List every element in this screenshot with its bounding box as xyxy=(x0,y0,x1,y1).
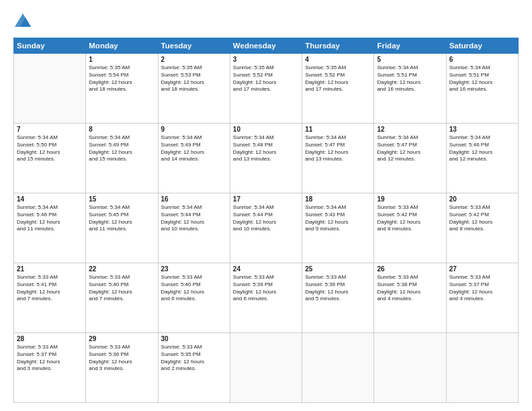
logo xyxy=(13,12,35,31)
day-info: Sunrise: 5:33 AM Sunset: 5:36 PM Dayligh… xyxy=(89,344,154,373)
calendar-cell: 19Sunrise: 5:33 AM Sunset: 5:42 PM Dayli… xyxy=(374,193,446,263)
day-number: 22 xyxy=(89,265,154,273)
calendar-week-row: 28Sunrise: 5:33 AM Sunset: 5:37 PM Dayli… xyxy=(14,333,519,403)
col-header-friday: Friday xyxy=(374,38,446,54)
day-info: Sunrise: 5:34 AM Sunset: 5:49 PM Dayligh… xyxy=(161,134,227,163)
calendar-cell: 6Sunrise: 5:34 AM Sunset: 5:51 PM Daylig… xyxy=(446,54,518,124)
day-info: Sunrise: 5:34 AM Sunset: 5:44 PM Dayligh… xyxy=(161,204,227,233)
day-info: Sunrise: 5:34 AM Sunset: 5:47 PM Dayligh… xyxy=(305,134,371,163)
calendar-cell xyxy=(14,54,86,124)
calendar-cell: 29Sunrise: 5:33 AM Sunset: 5:36 PM Dayli… xyxy=(86,333,158,403)
day-info: Sunrise: 5:34 AM Sunset: 5:51 PM Dayligh… xyxy=(449,64,515,93)
calendar-cell: 4Sunrise: 5:35 AM Sunset: 5:52 PM Daylig… xyxy=(302,54,374,124)
calendar-cell xyxy=(230,333,302,403)
calendar-cell: 25Sunrise: 5:33 AM Sunset: 5:39 PM Dayli… xyxy=(302,263,374,333)
day-info: Sunrise: 5:33 AM Sunset: 5:37 PM Dayligh… xyxy=(17,344,83,373)
day-number: 18 xyxy=(305,195,371,203)
day-info: Sunrise: 5:34 AM Sunset: 5:46 PM Dayligh… xyxy=(17,204,83,233)
day-info: Sunrise: 5:34 AM Sunset: 5:43 PM Dayligh… xyxy=(305,204,371,233)
calendar-week-row: 7Sunrise: 5:34 AM Sunset: 5:50 PM Daylig… xyxy=(14,124,519,193)
calendar-cell: 15Sunrise: 5:34 AM Sunset: 5:45 PM Dayli… xyxy=(86,193,158,263)
day-info: Sunrise: 5:33 AM Sunset: 5:41 PM Dayligh… xyxy=(17,274,83,303)
day-number: 15 xyxy=(89,195,154,203)
day-number: 10 xyxy=(233,126,299,133)
calendar-cell: 18Sunrise: 5:34 AM Sunset: 5:43 PM Dayli… xyxy=(302,193,374,263)
day-number: 16 xyxy=(161,195,227,203)
day-info: Sunrise: 5:33 AM Sunset: 5:35 PM Dayligh… xyxy=(161,344,227,373)
calendar-cell: 28Sunrise: 5:33 AM Sunset: 5:37 PM Dayli… xyxy=(14,333,86,403)
day-info: Sunrise: 5:33 AM Sunset: 5:38 PM Dayligh… xyxy=(377,274,443,303)
day-number: 17 xyxy=(233,195,299,203)
day-number: 6 xyxy=(449,56,515,63)
calendar-cell xyxy=(446,333,518,403)
calendar-cell: 20Sunrise: 5:33 AM Sunset: 5:42 PM Dayli… xyxy=(446,193,518,263)
calendar-cell: 1Sunrise: 5:35 AM Sunset: 5:54 PM Daylig… xyxy=(86,54,158,124)
calendar-cell: 21Sunrise: 5:33 AM Sunset: 5:41 PM Dayli… xyxy=(14,263,86,333)
day-info: Sunrise: 5:35 AM Sunset: 5:53 PM Dayligh… xyxy=(161,64,227,93)
col-header-sunday: Sunday xyxy=(14,38,86,54)
day-number: 13 xyxy=(449,126,515,133)
calendar-cell: 3Sunrise: 5:35 AM Sunset: 5:52 PM Daylig… xyxy=(230,54,302,124)
day-number: 30 xyxy=(161,335,227,342)
calendar-week-row: 14Sunrise: 5:34 AM Sunset: 5:46 PM Dayli… xyxy=(14,193,519,263)
calendar-cell: 2Sunrise: 5:35 AM Sunset: 5:53 PM Daylig… xyxy=(158,54,230,124)
day-number: 11 xyxy=(305,126,371,133)
day-info: Sunrise: 5:35 AM Sunset: 5:52 PM Dayligh… xyxy=(305,64,371,93)
calendar-cell: 13Sunrise: 5:34 AM Sunset: 5:46 PM Dayli… xyxy=(446,124,518,193)
day-number: 21 xyxy=(17,265,83,273)
day-number: 23 xyxy=(161,265,227,273)
day-number: 26 xyxy=(377,265,443,273)
day-info: Sunrise: 5:33 AM Sunset: 5:39 PM Dayligh… xyxy=(305,274,371,303)
day-number: 9 xyxy=(161,126,227,133)
calendar-cell: 5Sunrise: 5:34 AM Sunset: 5:51 PM Daylig… xyxy=(374,54,446,124)
day-info: Sunrise: 5:33 AM Sunset: 5:40 PM Dayligh… xyxy=(161,274,227,303)
day-number: 8 xyxy=(89,126,154,133)
day-number: 27 xyxy=(449,265,515,273)
calendar-cell: 8Sunrise: 5:34 AM Sunset: 5:49 PM Daylig… xyxy=(86,124,158,193)
calendar-week-row: 1Sunrise: 5:35 AM Sunset: 5:54 PM Daylig… xyxy=(14,54,519,124)
calendar-cell: 9Sunrise: 5:34 AM Sunset: 5:49 PM Daylig… xyxy=(158,124,230,193)
day-info: Sunrise: 5:35 AM Sunset: 5:54 PM Dayligh… xyxy=(89,64,154,93)
day-info: Sunrise: 5:34 AM Sunset: 5:44 PM Dayligh… xyxy=(233,204,299,233)
day-number: 14 xyxy=(17,195,83,203)
col-header-monday: Monday xyxy=(86,38,158,54)
day-info: Sunrise: 5:34 AM Sunset: 5:48 PM Dayligh… xyxy=(233,134,299,163)
calendar-cell: 27Sunrise: 5:33 AM Sunset: 5:37 PM Dayli… xyxy=(446,263,518,333)
logo-icon xyxy=(13,12,32,31)
col-header-saturday: Saturday xyxy=(446,38,518,54)
calendar-cell: 26Sunrise: 5:33 AM Sunset: 5:38 PM Dayli… xyxy=(374,263,446,333)
day-info: Sunrise: 5:34 AM Sunset: 5:50 PM Dayligh… xyxy=(17,134,83,163)
day-number: 5 xyxy=(377,56,443,63)
col-header-wednesday: Wednesday xyxy=(230,38,302,54)
day-number: 20 xyxy=(449,195,515,203)
day-number: 7 xyxy=(17,126,83,133)
calendar-cell: 14Sunrise: 5:34 AM Sunset: 5:46 PM Dayli… xyxy=(14,193,86,263)
day-number: 25 xyxy=(305,265,371,273)
header xyxy=(13,12,519,31)
calendar-week-row: 21Sunrise: 5:33 AM Sunset: 5:41 PM Dayli… xyxy=(14,263,519,333)
day-number: 3 xyxy=(233,56,299,63)
col-header-thursday: Thursday xyxy=(302,38,374,54)
day-number: 24 xyxy=(233,265,299,273)
day-info: Sunrise: 5:33 AM Sunset: 5:37 PM Dayligh… xyxy=(449,274,515,303)
calendar-table: SundayMondayTuesdayWednesdayThursdayFrid… xyxy=(13,38,519,403)
calendar-cell xyxy=(374,333,446,403)
day-info: Sunrise: 5:34 AM Sunset: 5:49 PM Dayligh… xyxy=(89,134,154,163)
day-number: 4 xyxy=(305,56,371,63)
day-info: Sunrise: 5:33 AM Sunset: 5:42 PM Dayligh… xyxy=(449,204,515,233)
calendar-cell: 23Sunrise: 5:33 AM Sunset: 5:40 PM Dayli… xyxy=(158,263,230,333)
day-number: 19 xyxy=(377,195,443,203)
calendar-cell: 10Sunrise: 5:34 AM Sunset: 5:48 PM Dayli… xyxy=(230,124,302,193)
calendar-cell xyxy=(302,333,374,403)
day-info: Sunrise: 5:35 AM Sunset: 5:52 PM Dayligh… xyxy=(233,64,299,93)
day-info: Sunrise: 5:33 AM Sunset: 5:39 PM Dayligh… xyxy=(233,274,299,303)
calendar-cell: 7Sunrise: 5:34 AM Sunset: 5:50 PM Daylig… xyxy=(14,124,86,193)
calendar-cell: 24Sunrise: 5:33 AM Sunset: 5:39 PM Dayli… xyxy=(230,263,302,333)
day-number: 12 xyxy=(377,126,443,133)
calendar-header-row: SundayMondayTuesdayWednesdayThursdayFrid… xyxy=(14,38,519,54)
day-number: 1 xyxy=(89,56,154,63)
page: SundayMondayTuesdayWednesdayThursdayFrid… xyxy=(0,0,532,411)
day-info: Sunrise: 5:34 AM Sunset: 5:47 PM Dayligh… xyxy=(377,134,443,163)
day-number: 29 xyxy=(89,335,154,342)
day-info: Sunrise: 5:34 AM Sunset: 5:46 PM Dayligh… xyxy=(449,134,515,163)
